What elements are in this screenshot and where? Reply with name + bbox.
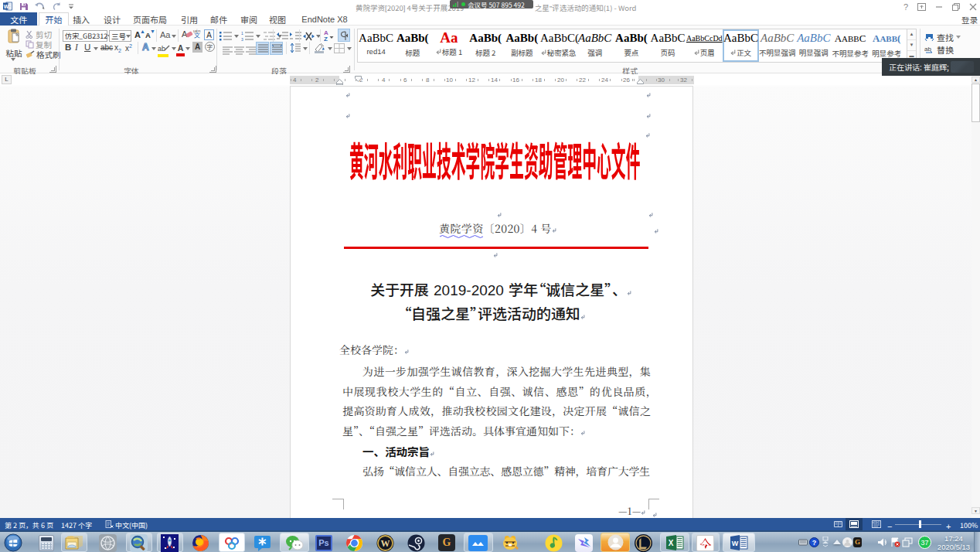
svg-text:X: X [669, 539, 674, 547]
svg-text:W: W [732, 540, 739, 547]
svg-text:W: W [381, 538, 390, 549]
svg-text:1: 1 [241, 31, 243, 36]
svg-text:Z: Z [324, 36, 328, 41]
svg-text:?: ? [812, 539, 817, 547]
svg-text:W: W [4, 4, 9, 9]
svg-text:3: 3 [241, 37, 243, 41]
